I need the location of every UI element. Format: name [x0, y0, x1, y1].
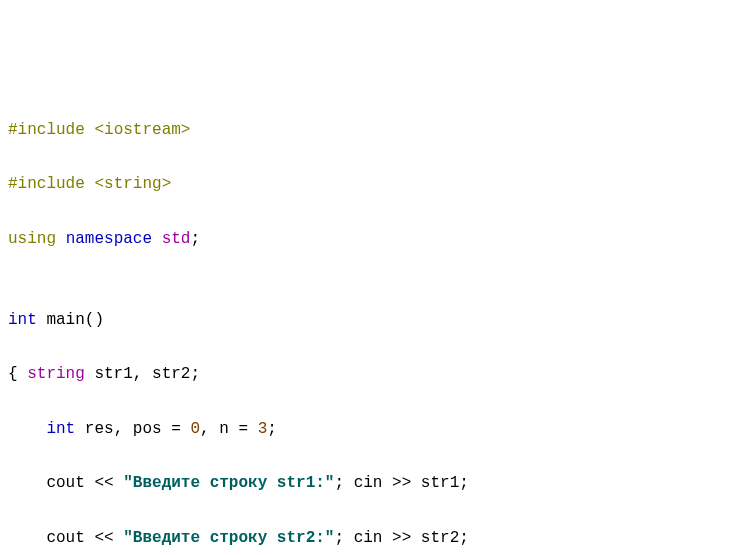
- ident-std: std: [162, 230, 191, 248]
- code-line-2: #include <string>: [8, 171, 739, 198]
- string-literal: "Введите строку str1:": [123, 474, 334, 492]
- ident: str1, str2;: [85, 365, 200, 383]
- include-target: <iostream>: [94, 121, 190, 139]
- include-target: <string>: [94, 175, 171, 193]
- space: [56, 230, 66, 248]
- string-literal: "Введите строку str2:": [123, 529, 334, 547]
- ident: , n =: [200, 420, 258, 438]
- indent: [8, 420, 46, 438]
- code-line-3: using namespace std;: [8, 226, 739, 253]
- type-string: string: [27, 365, 85, 383]
- ident: res, pos =: [75, 420, 190, 438]
- number: 3: [258, 420, 268, 438]
- code-line-6: { string str1, str2;: [8, 361, 739, 388]
- ident: ; cin >> str2;: [334, 529, 468, 547]
- punct: {: [8, 365, 27, 383]
- ident: cout <<: [8, 529, 123, 547]
- keyword-using: using: [8, 230, 56, 248]
- punct: ;: [190, 230, 200, 248]
- space: [152, 230, 162, 248]
- ident: cout <<: [8, 474, 123, 492]
- ident: main(): [37, 311, 104, 329]
- code-line-8: cout << "Введите строку str1:"; cin >> s…: [8, 470, 739, 497]
- code-line-9: cout << "Введите строку str2:"; cin >> s…: [8, 525, 739, 552]
- ident: ; cin >> str1;: [334, 474, 468, 492]
- keyword-namespace: namespace: [66, 230, 152, 248]
- punct: ;: [267, 420, 277, 438]
- preproc: #include: [8, 121, 94, 139]
- code-line-7: int res, pos = 0, n = 3;: [8, 416, 739, 443]
- preproc: #include: [8, 175, 94, 193]
- number: 0: [190, 420, 200, 438]
- code-line-1: #include <iostream>: [8, 117, 739, 144]
- keyword-int: int: [46, 420, 75, 438]
- keyword-int: int: [8, 311, 37, 329]
- code-line-5: int main(): [8, 307, 739, 334]
